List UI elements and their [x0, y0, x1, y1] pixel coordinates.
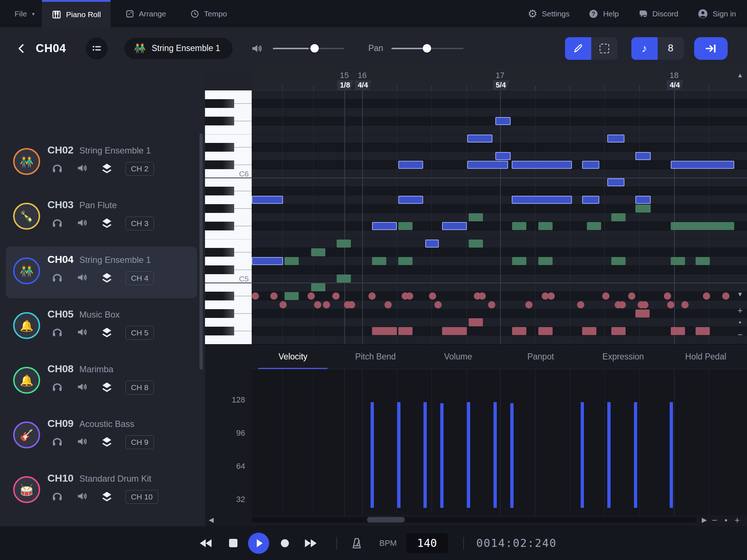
layers-button[interactable]: [101, 381, 113, 394]
zoom-out-horizontal-button[interactable]: −: [712, 515, 717, 525]
discord-button[interactable]: Discord: [628, 0, 688, 27]
black-key[interactable]: [205, 248, 234, 257]
channel-badge[interactable]: CH 3: [125, 217, 154, 230]
drum-note-dot[interactable]: [332, 292, 340, 300]
tab-tempo[interactable]: Tempo: [181, 0, 236, 27]
play-button[interactable]: [248, 533, 269, 554]
midi-note-ghost-maroon[interactable]: [635, 310, 650, 318]
midi-note-ghost-green[interactable]: [671, 257, 685, 265]
midi-note-ghost-green[interactable]: [635, 205, 651, 213]
timeline-ruler[interactable]: 151/8164/4175/4184/4: [252, 69, 747, 90]
velocity-bar[interactable]: [607, 402, 611, 508]
midi-note-selected-track[interactable]: [512, 161, 572, 169]
drum-note-dot[interactable]: [479, 292, 486, 300]
velocity-bar[interactable]: [670, 402, 673, 508]
track-item-ch05[interactable]: 🔔CH05Music BoxCH 5: [0, 298, 205, 353]
midi-note-ghost-maroon[interactable]: [696, 327, 710, 335]
jump-to-end-button[interactable]: [694, 37, 728, 60]
track-list-button[interactable]: [86, 38, 108, 59]
midi-note-ghost-green[interactable]: [611, 257, 626, 265]
zoom-in-vertical-button[interactable]: +: [735, 306, 745, 316]
midi-note-selected-track[interactable]: [398, 196, 423, 204]
zoom-in-horizontal-button[interactable]: +: [735, 515, 740, 525]
track-item-ch04[interactable]: 👬CH04String Ensemble 1CH 4: [0, 244, 205, 298]
note-length-button[interactable]: ♪: [631, 37, 658, 60]
zoom-reset-horizontal-button[interactable]: ●: [724, 517, 727, 523]
instrument-selector[interactable]: 👬 String Ensemble 1: [124, 38, 232, 59]
midi-note-ghost-maroon[interactable]: [372, 327, 397, 335]
drum-note-dot[interactable]: [602, 292, 609, 300]
drum-note-dot[interactable]: [664, 292, 671, 300]
midi-note-ghost-maroon[interactable]: [442, 327, 467, 335]
midi-note-ghost-green[interactable]: [512, 222, 526, 230]
help-button[interactable]: ? Help: [579, 0, 628, 27]
drum-note-dot[interactable]: [434, 301, 442, 308]
stop-button[interactable]: [224, 539, 242, 547]
volume-slider[interactable]: [273, 48, 344, 49]
horizontal-scrollbar[interactable]: [252, 517, 697, 522]
black-key[interactable]: [205, 117, 234, 125]
velocity-graph[interactable]: [252, 369, 747, 515]
midi-note-ghost-green[interactable]: [469, 213, 483, 221]
scroll-right-icon[interactable]: ▶: [702, 516, 707, 524]
rewind-button[interactable]: [195, 539, 217, 547]
midi-note-selected-track[interactable]: [252, 257, 283, 265]
midi-note-ghost-green[interactable]: [611, 213, 626, 221]
drum-note-dot[interactable]: [429, 292, 436, 300]
midi-note-selected-track[interactable]: [495, 117, 511, 125]
channel-badge[interactable]: CH 9: [125, 435, 154, 449]
midi-note-ghost-maroon[interactable]: [398, 327, 413, 335]
selection-tool-button[interactable]: [591, 37, 618, 60]
drum-note-dot[interactable]: [368, 292, 376, 300]
scroll-left-icon[interactable]: ◀: [209, 516, 214, 524]
tab-velocity[interactable]: Velocity: [252, 345, 334, 369]
midi-note-selected-track[interactable]: [467, 161, 508, 169]
layers-button[interactable]: [101, 490, 113, 504]
tab-pitch-bend[interactable]: Pitch Bend: [334, 345, 417, 369]
midi-note-ghost-green[interactable]: [311, 248, 325, 256]
track-avatar[interactable]: 🥁: [13, 476, 40, 503]
track-item-ch09[interactable]: 🎸CH09Acoustic BassCH 9: [0, 408, 205, 462]
midi-note-selected-track[interactable]: [607, 178, 624, 186]
drum-note-dot[interactable]: [681, 301, 689, 308]
drum-note-dot[interactable]: [270, 292, 278, 300]
metronome-button[interactable]: [350, 537, 363, 550]
zoom-reset-vertical-button[interactable]: ●: [735, 319, 745, 325]
midi-note-selected-track[interactable]: [425, 240, 439, 248]
midi-note-selected-track[interactable]: [607, 135, 624, 143]
track-avatar[interactable]: 🍾: [13, 203, 40, 230]
drum-note-dot[interactable]: [577, 301, 584, 308]
drum-note-dot[interactable]: [722, 292, 729, 300]
scroll-up-icon[interactable]: ▲: [735, 72, 745, 79]
black-key[interactable]: [205, 309, 234, 318]
drum-note-dot[interactable]: [619, 301, 626, 308]
fast-forward-button[interactable]: [300, 539, 322, 547]
solo-headphones-button[interactable]: [51, 162, 63, 176]
track-avatar[interactable]: 👬: [13, 148, 40, 175]
midi-note-ghost-maroon[interactable]: [582, 327, 596, 335]
midi-note-selected-track[interactable]: [671, 161, 734, 169]
midi-note-ghost-green[interactable]: [696, 257, 710, 265]
velocity-bar[interactable]: [423, 402, 427, 508]
piano-keyboard[interactable]: C6C5: [205, 90, 252, 344]
midi-note-ghost-green[interactable]: [671, 222, 734, 230]
mute-speaker-button[interactable]: [76, 435, 88, 449]
mute-speaker-button[interactable]: [76, 217, 88, 230]
black-key[interactable]: [205, 292, 234, 300]
channel-badge[interactable]: CH 8: [125, 381, 154, 394]
midi-note-ghost-green[interactable]: [469, 240, 483, 248]
velocity-bar[interactable]: [440, 403, 444, 508]
velocity-bar[interactable]: [634, 402, 637, 508]
velocity-bar[interactable]: [467, 402, 470, 508]
midi-note-ghost-green[interactable]: [512, 257, 526, 265]
midi-note-selected-track[interactable]: [252, 196, 283, 204]
drum-note-dot[interactable]: [406, 292, 413, 300]
solo-headphones-button[interactable]: [51, 381, 63, 394]
bpm-value[interactable]: 140: [406, 533, 448, 553]
drum-note-dot[interactable]: [323, 301, 330, 308]
midi-note-ghost-green[interactable]: [398, 222, 413, 230]
track-avatar[interactable]: 🔔: [13, 367, 40, 394]
sign-in-button[interactable]: Sign in: [688, 0, 736, 27]
note-grid[interactable]: [252, 90, 747, 344]
pan-slider[interactable]: [391, 48, 464, 49]
